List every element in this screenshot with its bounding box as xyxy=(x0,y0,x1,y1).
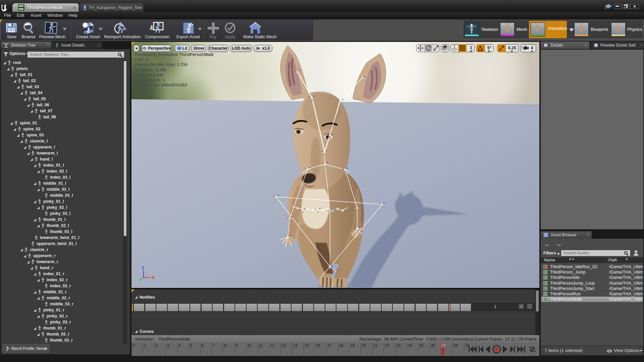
svg-text:X: X xyxy=(152,276,155,280)
svg-text:Z: Z xyxy=(142,266,144,270)
